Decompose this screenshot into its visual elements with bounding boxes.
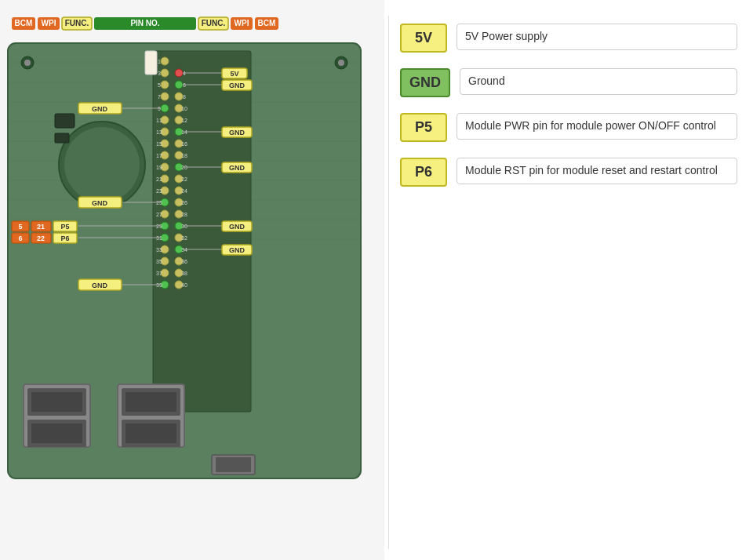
svg-point-17 (161, 69, 169, 77)
svg-text:PIN NO.: PIN NO. (130, 19, 159, 27)
svg-text:GND: GND (229, 82, 246, 89)
svg-point-162 (338, 60, 344, 66)
svg-text:GND: GND (229, 223, 246, 231)
divider (388, 16, 389, 549)
svg-text:21: 21 (37, 223, 45, 231)
legend-item-p6: P6 Module RST pin for module reset and r… (400, 158, 737, 187)
legend-badge-p5: P5 (400, 113, 447, 142)
svg-text:GND: GND (92, 199, 108, 207)
svg-point-12 (64, 127, 140, 202)
svg-rect-13 (55, 114, 75, 128)
svg-text:18: 18 (181, 153, 187, 158)
svg-text:BCM: BCM (258, 19, 276, 27)
legend-item-p5: P5 Module PWR pin for module power ON/OF… (400, 113, 737, 142)
svg-text:5: 5 (158, 82, 161, 88)
svg-text:23: 23 (156, 188, 162, 194)
legend-item-5v: 5V 5V Power supply (400, 24, 737, 53)
svg-text:10: 10 (181, 106, 187, 111)
legend-desc-gnd: Ground (460, 68, 737, 95)
svg-text:GND: GND (229, 129, 246, 136)
svg-rect-152 (31, 392, 82, 412)
svg-point-18 (175, 69, 183, 77)
svg-text:11: 11 (156, 118, 162, 123)
svg-text:28: 28 (181, 212, 187, 217)
svg-point-21 (161, 93, 169, 100)
board-svg: 1 3 5 7 9 11 13 15 17 19 21 23 25 27 29 … (0, 0, 384, 486)
svg-text:GND: GND (92, 105, 108, 113)
legend-badge-p6: P6 (400, 158, 447, 187)
svg-text:WPI: WPI (42, 19, 56, 27)
svg-rect-164 (216, 457, 251, 472)
svg-text:5: 5 (18, 223, 22, 231)
svg-text:GND: GND (92, 282, 108, 289)
svg-text:24: 24 (181, 188, 187, 194)
svg-text:38: 38 (181, 271, 187, 276)
svg-text:32: 32 (181, 235, 187, 241)
svg-text:5V: 5V (230, 70, 238, 78)
svg-text:37: 37 (156, 271, 162, 276)
svg-text:19: 19 (156, 165, 162, 170)
left-panel: 1 3 5 7 9 11 13 15 17 19 21 23 25 27 29 … (0, 0, 384, 560)
svg-rect-158 (126, 424, 176, 443)
svg-point-19 (161, 81, 169, 89)
legend-badge-5v: 5V (400, 24, 447, 53)
svg-point-23 (161, 104, 169, 112)
svg-text:13: 13 (156, 129, 162, 135)
svg-text:GND: GND (229, 246, 246, 254)
svg-text:FUNC.: FUNC. (202, 19, 226, 27)
svg-text:WPI: WPI (235, 19, 249, 27)
svg-text:8: 8 (183, 94, 186, 100)
svg-point-160 (24, 60, 31, 66)
svg-text:21: 21 (156, 176, 162, 182)
svg-text:26: 26 (181, 200, 187, 205)
svg-text:35: 35 (156, 259, 162, 264)
legend-desc-p6: Module RST pin for module reset and rest… (457, 158, 737, 184)
svg-text:33: 33 (156, 247, 162, 253)
legend-item-gnd: GND Ground (400, 68, 737, 97)
svg-point-16 (161, 57, 169, 65)
svg-text:7: 7 (158, 94, 161, 100)
svg-text:P5: P5 (60, 223, 69, 231)
legend-desc-5v: 5V Power supply (457, 24, 737, 50)
svg-text:12: 12 (181, 118, 187, 123)
svg-text:16: 16 (181, 141, 187, 147)
svg-text:P6: P6 (60, 235, 69, 242)
right-panel: 5V 5V Power supply GND Ground P5 Module … (400, 24, 737, 202)
svg-text:3: 3 (158, 71, 161, 76)
svg-text:FUNC.: FUNC. (65, 19, 89, 27)
svg-text:GND: GND (229, 164, 246, 172)
svg-point-22 (175, 93, 183, 100)
svg-point-20 (175, 81, 183, 89)
legend-desc-p5: Module PWR pin for module power ON/OFF c… (457, 113, 737, 140)
svg-text:BCM: BCM (15, 19, 33, 27)
svg-text:6: 6 (18, 235, 22, 242)
main-container: 1 3 5 7 9 11 13 15 17 19 21 23 25 27 29 … (0, 0, 753, 560)
svg-text:40: 40 (181, 282, 187, 288)
legend-badge-gnd: GND (400, 68, 450, 97)
svg-text:22: 22 (37, 235, 45, 242)
svg-text:1: 1 (158, 59, 161, 64)
svg-text:22: 22 (181, 176, 187, 182)
svg-rect-157 (126, 392, 176, 412)
svg-text:17: 17 (156, 153, 162, 158)
svg-text:27: 27 (156, 212, 162, 217)
svg-rect-165 (145, 51, 157, 75)
svg-rect-14 (55, 133, 69, 143)
svg-text:36: 36 (181, 259, 187, 264)
svg-rect-153 (31, 424, 82, 443)
svg-text:15: 15 (156, 141, 162, 147)
